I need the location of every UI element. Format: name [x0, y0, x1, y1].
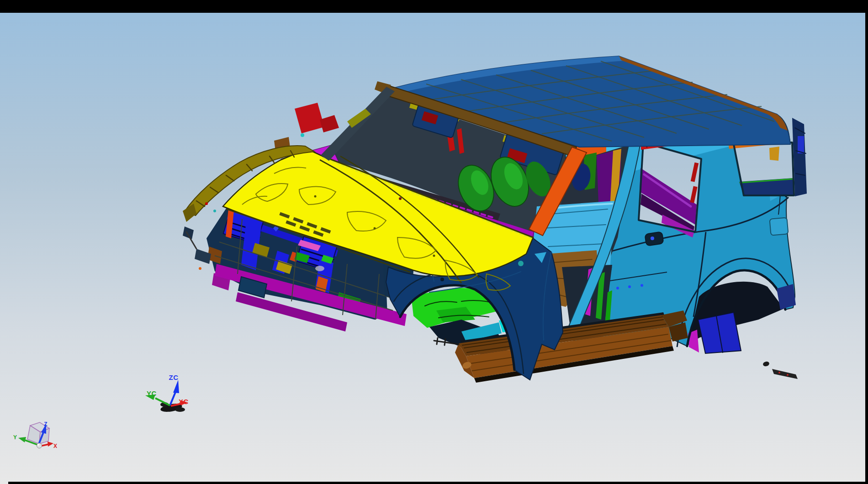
cowl-teal-clip[interactable]	[301, 133, 304, 137]
graphics-viewport[interactable]: ZC YC XC Z Y X	[0, 0, 868, 484]
cad-application-window: ZC YC XC Z Y X	[0, 0, 868, 484]
top-frame-bar	[0, 0, 868, 13]
wcs-z-label: ZC	[169, 374, 178, 381]
quarter-window-gold-tab	[769, 147, 779, 161]
fuel-door[interactable]	[770, 217, 789, 235]
wcs-x-label: XC	[179, 398, 189, 405]
view-x-label: X	[53, 443, 57, 449]
view-y-label: Y	[13, 434, 17, 441]
right-frame-bar	[865, 0, 868, 484]
view-z-label: Z	[44, 421, 47, 427]
view-origin-sphere	[37, 443, 42, 448]
wcs-y-label: YC	[147, 389, 157, 397]
fender-teal-grommet	[518, 261, 524, 266]
bottom-frame-bar	[8, 482, 868, 484]
door-handle-pocket[interactable]	[645, 231, 663, 246]
